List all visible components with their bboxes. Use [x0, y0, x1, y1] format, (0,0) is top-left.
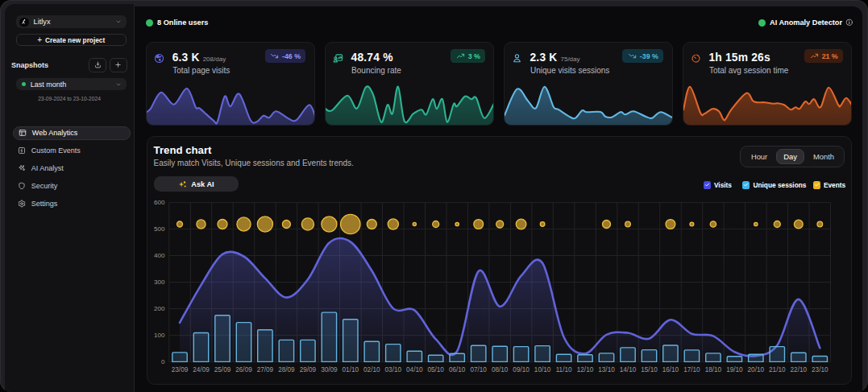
svg-text:03/10: 03/10	[385, 366, 402, 373]
svg-text:01/10: 01/10	[343, 366, 359, 373]
svg-text:21/10: 21/10	[769, 366, 786, 373]
svg-text:06/10: 06/10	[449, 366, 466, 373]
svg-text:28/09: 28/09	[278, 366, 295, 373]
svg-text:13/10: 13/10	[598, 366, 615, 373]
svg-text:600: 600	[154, 199, 165, 206]
svg-text:02/10: 02/10	[363, 366, 380, 373]
svg-text:26/09: 26/09	[235, 366, 252, 373]
svg-text:09/10: 09/10	[513, 366, 530, 373]
svg-text:17/10: 17/10	[683, 366, 700, 373]
svg-text:500: 500	[154, 225, 165, 233]
svg-text:11/10: 11/10	[556, 366, 572, 373]
svg-text:22/10: 22/10	[791, 366, 808, 373]
svg-text:15/10: 15/10	[641, 366, 658, 373]
svg-text:100: 100	[154, 332, 165, 339]
svg-text:30/09: 30/09	[321, 366, 338, 373]
svg-text:25/09: 25/09	[214, 366, 231, 373]
svg-text:300: 300	[154, 279, 165, 286]
svg-text:24/09: 24/09	[193, 366, 210, 373]
svg-text:10/10: 10/10	[534, 366, 551, 373]
svg-text:18/10: 18/10	[705, 366, 722, 373]
svg-text:07/10: 07/10	[470, 366, 487, 373]
svg-text:400: 400	[154, 252, 165, 259]
svg-text:19/10: 19/10	[726, 366, 743, 373]
svg-text:20/10: 20/10	[748, 366, 765, 373]
svg-text:04/10: 04/10	[406, 366, 423, 373]
svg-text:12/10: 12/10	[577, 366, 594, 373]
svg-text:29/09: 29/09	[300, 366, 317, 373]
svg-text:27/09: 27/09	[257, 366, 274, 373]
svg-text:23/10: 23/10	[812, 366, 829, 373]
svg-text:200: 200	[154, 305, 165, 312]
svg-text:08/10: 08/10	[492, 366, 509, 373]
svg-text:16/10: 16/10	[662, 366, 679, 373]
svg-text:23/09: 23/09	[172, 366, 189, 373]
svg-text:14/10: 14/10	[620, 366, 637, 373]
svg-text:05/10: 05/10	[427, 366, 444, 373]
svg-text:0: 0	[161, 358, 165, 365]
